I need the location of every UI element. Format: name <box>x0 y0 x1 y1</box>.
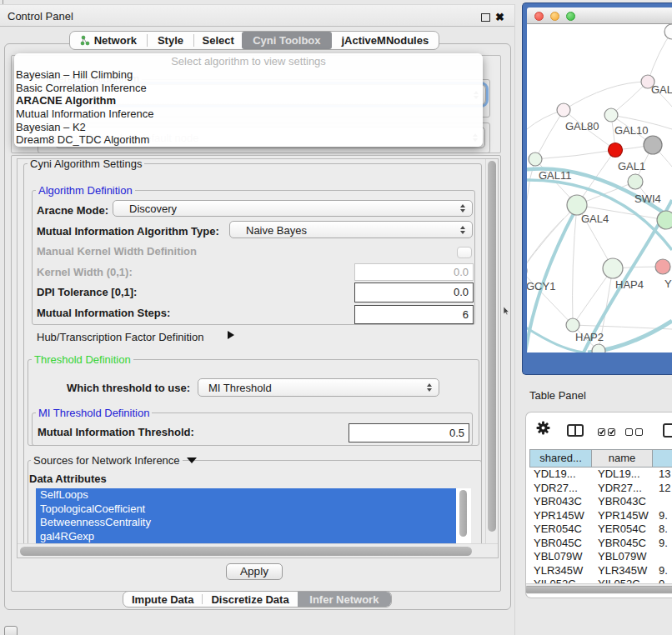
table-rows: YDL19...YDL19...13 YDR27...YDR27...12 YB… <box>529 468 672 583</box>
collapsed-panel-icon[interactable] <box>4 626 18 635</box>
popup-item[interactable]: Dream8 DC_TDC Algorithm <box>14 133 483 147</box>
list-item[interactable]: gal4RGexp <box>36 530 456 544</box>
popup-item-selected[interactable]: ARACNE Algorithm <box>14 94 483 108</box>
table-row[interactable]: YDR27...YDR27...12 <box>529 482 672 496</box>
mit-label: Mutual Information Threshold: <box>38 427 194 438</box>
settings-viewport: Cyni Algorithm Settings Algorithm Defini… <box>18 159 485 543</box>
collapse-arrow-icon[interactable] <box>187 458 197 463</box>
node-swi4 <box>628 174 643 189</box>
table-row[interactable]: YLR345WYLR345W9. <box>529 564 672 578</box>
hub-definition-label[interactable]: Hub/Transcription Factor Definition <box>37 332 203 342</box>
popup-item[interactable]: Mutual Information Inference <box>14 108 483 121</box>
zoom-traffic-light[interactable] <box>566 12 575 21</box>
tab-network[interactable]: Network <box>70 32 147 49</box>
mi-type-value: Naive Bayes <box>246 223 307 236</box>
table-row[interactable]: YBL079WYBL079W <box>529 550 672 564</box>
settings-vscrollbar[interactable] <box>485 159 498 543</box>
columns-icon[interactable] <box>567 424 584 437</box>
network-canvas[interactable]: GAL GAL80 GAL10 GAL1 GAL11 SWI4 GAL4 GCY… <box>527 24 672 352</box>
control-panel-tabs: Network Style Select Cyni Toolbox jActiv… <box>69 31 439 50</box>
minimize-traffic-light[interactable] <box>550 12 559 21</box>
aracne-mode-combo[interactable]: Discovery <box>113 200 473 217</box>
settings-scrollpane: Cyni Algorithm Settings Algorithm Defini… <box>17 158 499 558</box>
node-label: GAL80 <box>565 120 599 132</box>
table-row[interactable]: YIL052CYIL052C0. <box>529 578 672 583</box>
tab-select[interactable]: Select <box>194 32 242 49</box>
unchecked-checkbox-icon[interactable] <box>625 428 633 436</box>
algorithm-dropdown-popup: Select algorithm to view settings Bayesi… <box>14 53 483 147</box>
table-row[interactable]: YBR043CYBR043C <box>529 495 672 509</box>
node <box>664 24 672 39</box>
node-gal1 <box>609 143 623 158</box>
table-row[interactable]: YDL19...YDL19...13 <box>529 468 672 482</box>
tab-discretize-data[interactable]: Discretize Data <box>203 592 297 607</box>
popup-item[interactable]: Bayesian – K2 <box>14 121 483 134</box>
node-label: GAL10 <box>614 124 648 137</box>
control-panel-titlebar[interactable]: Control Panel ✖ <box>0 4 515 27</box>
float-window-icon[interactable] <box>481 13 490 22</box>
node-gray <box>644 136 662 154</box>
tab-infer-network[interactable]: Infer Network <box>298 592 391 607</box>
mit-input[interactable]: 0.5 <box>349 423 469 442</box>
mi-threshold-label: MI Threshold Definition <box>36 408 152 418</box>
expand-arrow-icon[interactable] <box>228 331 234 339</box>
panel-title: Control Panel <box>8 10 73 22</box>
node-gal80 <box>557 103 570 117</box>
list-scrollbar[interactable] <box>459 490 467 537</box>
tab-jactivemnodules[interactable]: jActiveMNodules <box>332 32 439 49</box>
unchecked-checkbox-icon[interactable] <box>635 428 643 436</box>
network-graph: GAL GAL80 GAL10 GAL1 GAL11 SWI4 GAL4 GCY… <box>527 24 672 352</box>
data-attributes-list[interactable]: SelfLoops TopologicalCoefficient Between… <box>36 488 471 543</box>
node-hap4 <box>603 258 623 278</box>
mi-steps-input[interactable]: 6 <box>354 305 474 324</box>
settings-hscrollbar[interactable] <box>18 543 498 558</box>
table-row[interactable]: YBR045CYBR045C9. <box>529 537 672 551</box>
node-label: GAL1 <box>618 160 645 172</box>
popup-placeholder: Select algorithm to view settings <box>14 55 483 68</box>
column-header-3[interactable] <box>653 450 672 467</box>
network-titlebar[interactable] <box>527 8 672 24</box>
tab-style[interactable]: Style <box>148 32 194 49</box>
table-hscrollbar[interactable] <box>526 583 672 594</box>
checked-checkbox-icon[interactable] <box>598 428 605 436</box>
table-row[interactable]: YER054CYER054C8. <box>529 522 672 537</box>
tab-cyni-toolbox[interactable]: Cyni Toolbox <box>242 32 332 49</box>
mi-type-label: Mutual Information Algorithm Type: <box>37 226 219 237</box>
document-icon[interactable] <box>663 423 672 438</box>
combo-arrows-icon <box>460 226 466 234</box>
kernel-width-input[interactable]: 0.0 <box>354 263 474 281</box>
hscroll-thumb[interactable] <box>20 547 472 556</box>
table-panel: shared... name YDL19...YDL19...13 YDR27.… <box>525 412 672 598</box>
apply-button[interactable]: Apply <box>226 563 283 580</box>
node-label: GAL11 <box>539 169 572 182</box>
mi-steps-label: Mutual Information Steps: <box>37 308 170 318</box>
cyni-settings-label: Cyni Algorithm Settings <box>28 159 144 169</box>
list-item[interactable]: SelfLoops <box>36 488 456 502</box>
column-header-shared[interactable]: shared... <box>530 450 592 467</box>
network-nodes[interactable] <box>527 24 672 352</box>
tab-impute-data[interactable]: Impute Data <box>123 592 202 607</box>
close-traffic-light[interactable] <box>534 12 544 21</box>
node-gal11 <box>529 152 542 166</box>
column-header-name[interactable]: name <box>592 450 653 467</box>
checked-checkbox-icon[interactable] <box>608 428 615 436</box>
node-label: GAL <box>651 83 672 96</box>
popup-item[interactable]: Bayesian – Hill Climbing <box>14 68 483 82</box>
popup-item[interactable]: Basic Correlation Inference <box>14 82 483 95</box>
list-item[interactable]: TopologicalCoefficient <box>36 502 456 517</box>
close-icon[interactable]: ✖ <box>495 11 504 23</box>
list-item[interactable]: BetweennessCentrality <box>36 516 456 530</box>
dpi-tolerance-input[interactable]: 0.0 <box>354 282 474 302</box>
mouse-cursor <box>504 307 509 315</box>
node-label: SWI4 <box>634 192 661 205</box>
vscroll-thumb[interactable] <box>488 161 496 532</box>
aracne-mode-label: Aracne Mode: <box>37 205 108 216</box>
table-row[interactable]: YPR145WYPR145W9. <box>529 509 672 523</box>
which-threshold-combo[interactable]: MI Threshold <box>198 378 439 397</box>
threshold-definition-label: Threshold Definition <box>32 354 133 365</box>
manual-kernel-checkbox[interactable] <box>457 247 472 258</box>
gear-icon[interactable] <box>536 421 550 435</box>
table-hscroll-thumb[interactable] <box>525 586 672 593</box>
mi-type-combo[interactable]: Naive Bayes <box>229 221 473 238</box>
dpi-tolerance-label: DPI Tolerance [0,1]: <box>37 287 137 298</box>
